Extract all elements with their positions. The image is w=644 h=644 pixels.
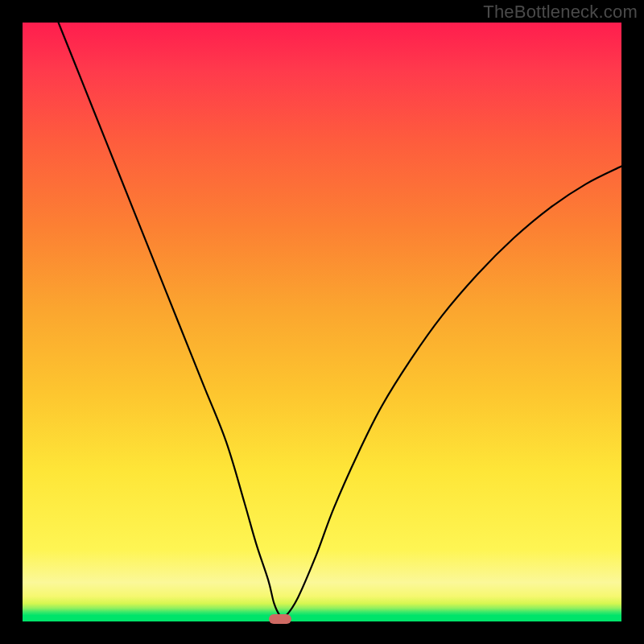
watermark-text: TheBottleneck.com [483, 2, 638, 23]
chart-frame [23, 23, 621, 621]
optimal-point-marker [269, 614, 291, 624]
bottleneck-curve [23, 23, 621, 621]
